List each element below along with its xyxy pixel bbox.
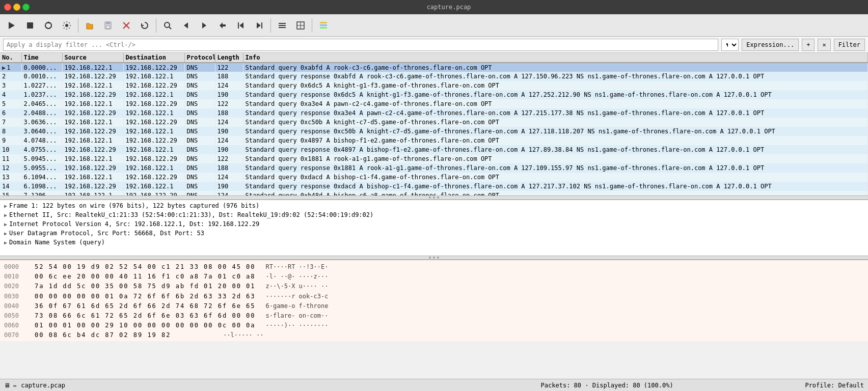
cell-dst: 192.168.122.1 [123,182,184,191]
cell-time: 2.0465... [21,99,62,108]
close-file-btn[interactable] [118,17,135,34]
cell-no: 9 [0,136,21,145]
hex-ascii: ··l····· ·· [223,330,263,340]
cell-time: 3.0640... [21,127,62,136]
cell-proto: DNS [184,118,215,127]
detail-row[interactable]: ▶Frame 1: 122 bytes on wire (976 bits), … [0,201,868,210]
svg-rect-24 [320,22,327,23]
zoom-btn[interactable] [292,17,309,34]
table-row[interactable]: 125.0955...192.168.122.29192.168.122.1DN… [0,163,868,173]
table-row[interactable]: 62.0488...192.168.122.29192.168.122.1DNS… [0,108,868,118]
open-file-btn[interactable] [81,17,98,34]
cell-len: 122 [215,154,243,163]
detail-row[interactable]: ▶Ethernet II, Src: RealtekU_c1:21:33 (52… [0,210,868,219]
clear-filter-btn[interactable]: ✕ [818,39,830,51]
detail-row[interactable]: ▶Domain Name System (query) [0,238,868,247]
prev-packet-btn[interactable] [177,17,195,34]
filter-input[interactable] [3,39,718,51]
status-packets: Packets: 80 · Displayed: 80 (100.0%) [413,382,801,389]
cell-dst: 192.168.122.29 [123,136,184,145]
cell-src: 192.168.122.1 [62,99,123,108]
toolbar-sep-3 [270,18,271,33]
autoscroll-btn[interactable] [274,17,291,34]
cell-proto: DNS [184,99,215,108]
col-header-source: Source [62,53,123,63]
cell-len: 188 [215,163,243,173]
table-row[interactable]: 31.0227...192.168.122.1192.168.122.29DNS… [0,81,868,90]
cell-info: Standard query 0x4897 A bishop-f1-e2.gam… [243,136,868,145]
cell-len: 190 [215,90,243,99]
col-header-time: Time [21,53,62,63]
cell-time: 1.0227... [21,81,62,90]
next-packet-btn[interactable] [196,17,213,34]
status-filename: capture.pcap [21,382,409,389]
table-row[interactable]: 20.0010...192.168.122.29192.168.122.1DNS… [0,72,868,81]
toolbar-sep-1 [78,18,78,33]
restart-capture-btn[interactable] [40,17,57,34]
detail-text: Internet Protocol Version 4, Src: 192.16… [9,220,259,228]
resize-handle-1[interactable] [0,196,868,200]
table-row[interactable]: 94.0748...192.168.122.1192.168.122.29DNS… [0,136,868,145]
maximize-window-btn[interactable] [22,4,30,11]
detail-text: User Datagram Protocol, Src Port: 56668,… [9,230,204,237]
cell-src: 192.168.122.29 [62,108,123,118]
cell-time: 0.0000... [21,63,62,72]
cell-no: ▶1 [0,63,21,72]
table-row[interactable]: ▶10.0000...192.168.122.1192.168.122.29DN… [0,63,868,72]
window-controls[interactable] [4,4,30,11]
close-window-btn[interactable] [4,4,11,11]
find-packet-btn[interactable] [159,17,176,34]
start-capture-btn[interactable] [3,17,20,34]
cell-proto: DNS [184,145,215,154]
cell-info: Standard query response 0xc50b A knight-… [243,127,868,136]
minimize-window-btn[interactable] [13,4,20,11]
hex-ascii: ·····)·· ········ [266,321,329,330]
stop-capture-btn[interactable] [21,17,39,34]
table-row[interactable]: 83.0640...192.168.122.29192.168.122.1DNS… [0,127,868,136]
cell-no: 8 [0,127,21,136]
colorize-btn[interactable] [315,17,332,34]
hex-row: 000052 54 00 19 d9 02 52 54 00 c1 21 33 … [4,262,864,272]
cell-no: 13 [0,173,21,182]
toolbar-sep-4 [312,18,312,33]
table-row[interactable]: 41.0237...192.168.122.29192.168.122.1DNS… [0,90,868,99]
cell-dst: 192.168.122.29 [123,63,184,72]
table-row[interactable]: 52.0465...192.168.122.1192.168.122.29DNS… [0,99,868,108]
table-row[interactable]: 115.0945...192.168.122.1192.168.122.29DN… [0,154,868,163]
svg-rect-6 [106,22,110,24]
detail-row[interactable]: ▶User Datagram Protocol, Src Port: 56668… [0,229,868,238]
resize-handle-2[interactable] [0,256,868,260]
cell-dst: 192.168.122.29 [123,118,184,127]
table-row[interactable]: 146.1098...192.168.122.29192.168.122.1DN… [0,182,868,191]
add-filter-btn[interactable]: + [802,39,815,51]
cell-len: 124 [215,118,243,127]
cell-info: Standard query response 0xa3e4 A pawn-c2… [243,108,868,118]
cell-info: Standard query response 0x4897 A bishop-… [243,145,868,154]
svg-marker-0 [9,22,15,29]
filter-dropdown[interactable]: ▼ [721,39,739,51]
hex-row: 006001 00 01 00 00 29 10 00 00 00 00 00 … [4,321,864,330]
reload-file-btn[interactable] [136,17,153,34]
table-row[interactable]: 157.1206...192.168.122.1192.168.122.29DN… [0,191,868,196]
table-row[interactable]: 104.0755...192.168.122.29192.168.122.1DN… [0,145,868,154]
table-row[interactable]: 73.0636...192.168.122.1192.168.122.29DNS… [0,118,868,127]
table-row[interactable]: 136.1094...192.168.122.1192.168.122.29DN… [0,173,868,182]
capture-options-btn[interactable] [58,17,75,34]
detail-rows: ▶Frame 1: 122 bytes on wire (976 bits), … [0,201,868,247]
detail-row[interactable]: ▶Internet Protocol Version 4, Src: 192.1… [0,219,868,229]
first-packet-btn[interactable] [232,17,250,34]
cell-dst: 192.168.122.29 [123,173,184,182]
hex-row: 007000 08 6c b4 dc 87 02 89 19 82··l····… [4,330,864,340]
apply-filter-btn[interactable]: Filter [834,39,865,51]
hex-offset: 0020 [4,282,24,291]
hex-bytes: 00 00 00 00 00 01 0a 72 6f 6f 6b 2d 63 3… [35,292,256,301]
save-file-btn[interactable] [99,17,117,34]
detail-text: Domain Name System (query) [9,239,105,246]
svg-line-11 [169,27,171,29]
packet-table: No. Time Source Destination Protocol Len… [0,53,868,196]
expression-btn[interactable]: Expression... [742,39,799,51]
cell-info: Standard query 0xdacd A bishop-c1-f4.gam… [243,173,868,182]
status-icons: 🖥 ✏ [4,382,17,389]
go-to-packet-btn[interactable] [214,17,231,34]
last-packet-btn[interactable] [251,17,268,34]
